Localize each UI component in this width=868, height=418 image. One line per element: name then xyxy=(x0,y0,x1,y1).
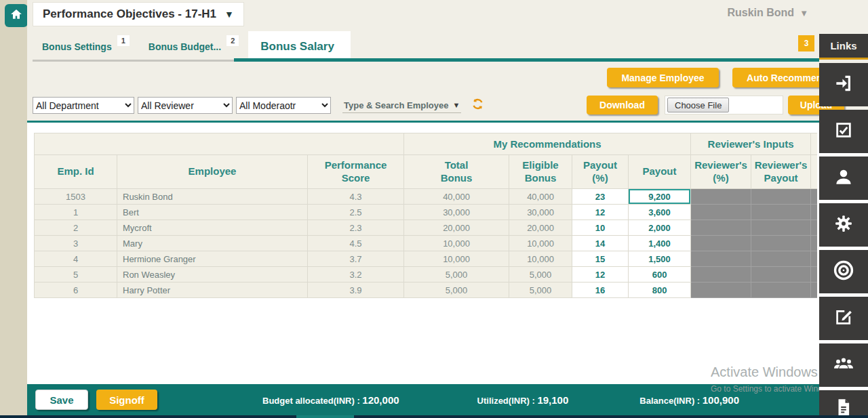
module-selector[interactable]: Performance Objectives - 17-H1 ▼ xyxy=(33,2,244,26)
watermark-line2: Go to Settings to activate Window xyxy=(711,384,819,394)
sidebar-item-edit[interactable] xyxy=(819,297,868,340)
cell-employee: Bert xyxy=(117,205,308,220)
links-sidebar: Links xyxy=(819,34,868,418)
cell-payout[interactable]: 9,200 xyxy=(629,189,691,205)
sidebar-item-team[interactable] xyxy=(819,343,868,387)
choose-file-button[interactable]: Choose File xyxy=(667,98,729,112)
col-employee: Employee xyxy=(117,155,308,189)
cell-emp-id: 1 xyxy=(35,205,117,220)
user-name: Ruskin Bond xyxy=(727,7,794,19)
section-divider xyxy=(27,121,819,123)
save-button[interactable]: Save xyxy=(35,390,88,410)
cell-payout[interactable]: 2,000 xyxy=(629,220,691,236)
table-body: 1503Ruskin Bond4.340,00040,000239,2001Be… xyxy=(35,189,818,298)
cell-payout-pct[interactable]: 23 xyxy=(572,189,629,205)
chevron-down-icon: ▼ xyxy=(452,101,460,109)
bottom-edge-bar xyxy=(0,415,868,418)
cell-total-bonus: 30,000 xyxy=(404,205,509,220)
sidebar-item-profile[interactable] xyxy=(819,156,868,200)
home-button[interactable] xyxy=(5,4,28,27)
cell-reviewer-pct xyxy=(691,220,751,236)
tab-bonus-salary[interactable]: Bonus Salary xyxy=(248,31,351,62)
sidebar-item-signin[interactable] xyxy=(819,63,868,106)
cell-clipped xyxy=(811,220,817,236)
sidebar-item-settings[interactable] xyxy=(819,203,868,247)
bonus-table: My Recommendations Reviewer's Inputs Emp… xyxy=(34,133,817,298)
table-row: 4Hermione Granger3.710,00010,000151,500 xyxy=(35,251,818,267)
sidebar-item-goals[interactable] xyxy=(819,250,868,293)
moderator-select[interactable]: All Moderaotr xyxy=(236,97,331,114)
cell-clipped xyxy=(811,236,817,251)
search-employee-input[interactable]: Type & Search Employee ▼ xyxy=(342,98,461,113)
table-group-header-row: My Recommendations Reviewer's Inputs xyxy=(35,133,818,155)
watermark-line2-link: Window xyxy=(804,384,819,394)
tab-underline xyxy=(33,60,234,62)
cell-payout-pct[interactable]: 12 xyxy=(572,205,629,220)
footer-bar: Save Signoff Budget allocated(INR) : 120… xyxy=(27,384,819,415)
cell-payout[interactable]: 3,600 xyxy=(629,205,691,220)
home-icon xyxy=(9,7,23,24)
sidebar-item-document[interactable] xyxy=(819,390,868,418)
cell-payout[interactable]: 600 xyxy=(629,267,691,283)
cell-payout-pct[interactable]: 15 xyxy=(572,251,629,267)
tab-bonus-budget[interactable]: Bonus Budget... 2 xyxy=(139,31,248,62)
refresh-button[interactable] xyxy=(471,98,484,113)
cell-emp-id: 3 xyxy=(35,236,117,251)
group-header-clipped xyxy=(811,133,817,155)
cell-employee: Mycroft xyxy=(117,220,308,236)
signoff-button[interactable]: Signoff xyxy=(96,390,157,410)
cell-payout[interactable]: 1,500 xyxy=(629,251,691,267)
cell-eligible-bonus: 10,000 xyxy=(509,236,572,251)
download-button[interactable]: Download xyxy=(587,96,658,114)
department-select[interactable]: All Department xyxy=(33,97,134,114)
table-row: 1Bert2.530,00030,000123,600 xyxy=(35,205,818,220)
manage-employee-button[interactable]: Manage Employee xyxy=(607,68,719,87)
col-total-bonus: Total Bonus xyxy=(404,155,509,189)
cell-reviewer-payout xyxy=(751,189,811,205)
cell-payout-pct[interactable]: 12 xyxy=(572,267,629,283)
cell-payout-pct[interactable]: 16 xyxy=(572,283,629,298)
balance-value: 100,900 xyxy=(703,394,739,406)
chevron-down-icon: ▼ xyxy=(224,9,234,20)
top-bar: Performance Objectives - 17-H1 ▼ Ruskin … xyxy=(27,0,868,123)
cell-employee: Ruskin Bond xyxy=(117,189,308,205)
table-header-row: Emp. Id Employee Performance Score Total… xyxy=(35,155,818,189)
group-header-empty xyxy=(35,133,404,155)
cell-payout[interactable]: 1,400 xyxy=(629,236,691,251)
cell-eligible-bonus: 10,000 xyxy=(509,251,572,267)
user-icon xyxy=(833,167,854,190)
cell-performance-score: 2.3 xyxy=(308,220,404,236)
cell-clipped xyxy=(811,283,817,298)
utilized-label: Utilized(INR) : xyxy=(477,396,538,406)
edit-icon xyxy=(833,307,854,330)
links-header: Links xyxy=(819,34,868,60)
cell-payout[interactable]: 800 xyxy=(629,283,691,298)
user-menu[interactable]: Ruskin Bond ▼ xyxy=(727,7,808,19)
tab-bar: Bonus Settings 1 Bonus Budget... 2 Bonus… xyxy=(27,31,819,62)
cell-performance-score: 4.5 xyxy=(308,236,404,251)
utilized-stat: Utilized(INR) : 19,100 xyxy=(477,394,569,406)
reviewer-select[interactable]: All Reviewer xyxy=(138,97,233,114)
cell-eligible-bonus: 40,000 xyxy=(509,189,572,205)
bottom-edge-accent xyxy=(296,415,354,418)
cell-payout-pct[interactable]: 14 xyxy=(572,236,629,251)
cell-reviewer-pct xyxy=(691,267,751,283)
tab-badge: 2 xyxy=(226,35,239,46)
cell-reviewer-pct xyxy=(691,205,751,220)
tab-bonus-settings[interactable]: Bonus Settings 1 xyxy=(33,31,139,62)
cell-total-bonus: 5,000 xyxy=(404,283,509,298)
sidebar-item-approvals[interactable] xyxy=(819,110,868,153)
left-edge-strip xyxy=(0,0,27,418)
page-title: Performance Objectives - 17-H1 xyxy=(43,7,216,21)
cell-employee: Mary xyxy=(117,236,308,251)
tab-label: Bonus Settings xyxy=(42,41,112,52)
cell-reviewer-pct xyxy=(691,251,751,267)
table-row: 2Mycroft2.320,00020,000102,000 xyxy=(35,220,818,236)
cell-reviewer-payout xyxy=(751,236,811,251)
cell-total-bonus: 5,000 xyxy=(404,267,509,283)
notification-badge: 3 xyxy=(798,35,814,51)
col-payout-pct: Payout (%) xyxy=(572,155,629,189)
cell-employee: Ron Weasley xyxy=(117,267,308,283)
cell-payout-pct[interactable]: 10 xyxy=(572,220,629,236)
cell-emp-id: 6 xyxy=(35,283,117,298)
